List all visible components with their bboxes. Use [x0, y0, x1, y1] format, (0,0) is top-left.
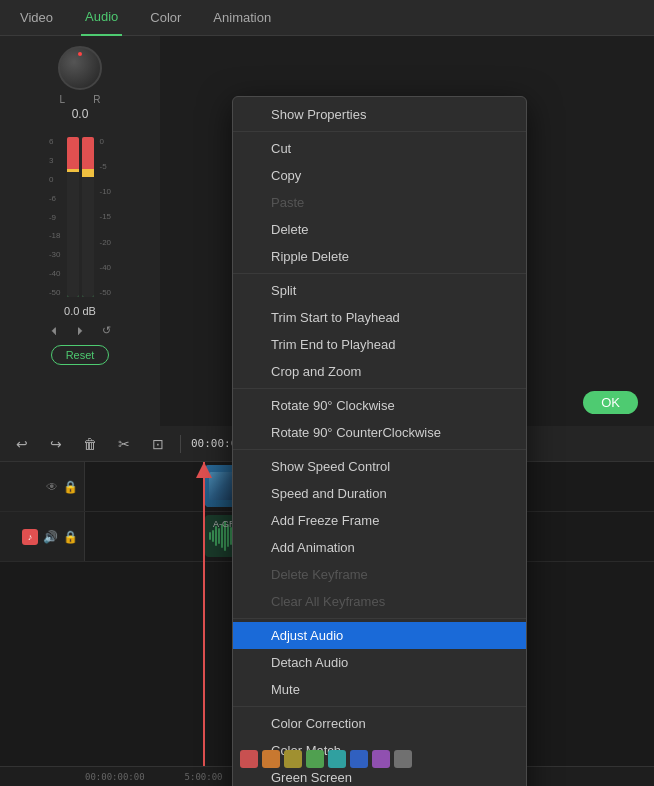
toolbar-divider [180, 435, 181, 453]
menu-label-split: Split [271, 283, 296, 298]
menu-label-green-screen: Green Screen [271, 770, 352, 785]
menu-label-speed-control: Show Speed Control [271, 459, 390, 474]
nav-tab-audio[interactable]: Audio [81, 0, 122, 36]
audio-track-speaker[interactable]: 🔊 [43, 530, 58, 544]
vu-bar-container [67, 137, 94, 297]
menu-label-crop-zoom: Crop and Zoom [271, 364, 361, 379]
menu-label-trim-start: Trim Start to Playhead [271, 310, 400, 325]
playhead[interactable] [203, 462, 205, 766]
menu-item-show-properties[interactable]: Show Properties [233, 101, 526, 128]
color-swatch-1[interactable] [262, 750, 280, 768]
waveform-bar [215, 526, 217, 546]
vu-right-scale: 0 -5 -10 -15 -20 -40 -50 [100, 137, 112, 297]
menu-label-rotate-ccw: Rotate 90° CounterClockwise [271, 425, 441, 440]
volume-knob[interactable] [58, 46, 102, 90]
menu-separator-12 [233, 388, 526, 389]
menu-label-adjust-audio: Adjust Audio [271, 628, 343, 643]
menu-item-copy[interactable]: Copy [233, 162, 526, 189]
audio-panel: L R 0.0 6 3 0 -6 -9 -18 -30 -40 -50 [0, 36, 160, 426]
refresh-btn[interactable]: ↺ [97, 321, 115, 339]
reset-button[interactable]: Reset [51, 345, 110, 365]
menu-item-mute[interactable]: Mute [233, 676, 526, 703]
video-track-lock[interactable]: 🔒 [63, 480, 78, 494]
color-swatch-0[interactable] [240, 750, 258, 768]
audio-track-icon: ♪ [22, 529, 38, 545]
knob-dot [78, 52, 82, 56]
controls-row: ⏴ ⏵ ↺ [45, 321, 115, 339]
video-track-controls: 👁 🔒 [0, 462, 85, 511]
menu-label-paste: Paste [271, 195, 304, 210]
menu-item-cut[interactable]: Cut [233, 135, 526, 162]
menu-separator-7 [233, 273, 526, 274]
lr-labels: L R [60, 94, 101, 105]
color-swatch-7[interactable] [394, 750, 412, 768]
db-display: 0.0 dB [64, 305, 96, 317]
waveform-bar [212, 530, 214, 542]
menu-item-adjust-audio[interactable]: Adjust Audio [233, 622, 526, 649]
color-swatches [240, 750, 412, 768]
menu-label-mute: Mute [271, 682, 300, 697]
knob-container: L R 0.0 [58, 46, 102, 129]
next-btn[interactable]: ⏵ [71, 321, 89, 339]
menu-item-add-animation[interactable]: Add Animation [233, 534, 526, 561]
menu-item-speed-control[interactable]: Show Speed Control [233, 453, 526, 480]
trim-button[interactable]: ⊡ [146, 432, 170, 456]
menu-separator-26 [233, 706, 526, 707]
nav-tab-color[interactable]: Color [146, 0, 185, 36]
menu-label-show-properties: Show Properties [271, 107, 366, 122]
menu-item-rotate-ccw[interactable]: Rotate 90° CounterClockwise [233, 419, 526, 446]
menu-item-crop-zoom[interactable]: Crop and Zoom [233, 358, 526, 385]
context-menu: Show PropertiesCutCopyPasteDeleteRipple … [232, 96, 527, 786]
right-label: R [93, 94, 100, 105]
redo-button[interactable]: ↪ [44, 432, 68, 456]
db-unit: dB [82, 305, 95, 317]
color-swatch-3[interactable] [306, 750, 324, 768]
top-navigation: // Rendered below via JS VideoAudioColor… [0, 0, 654, 36]
menu-label-color-correction: Color Correction [271, 716, 366, 731]
undo-button[interactable]: ↩ [10, 432, 34, 456]
menu-item-trim-end[interactable]: Trim End to Playhead [233, 331, 526, 358]
volume-value: 0.0 [72, 107, 89, 121]
prev-btn[interactable]: ⏴ [45, 321, 63, 339]
nav-tab-animation[interactable]: Animation [209, 0, 275, 36]
menu-item-delete-keyframe: Delete Keyframe [233, 561, 526, 588]
color-swatch-2[interactable] [284, 750, 302, 768]
vu-left-scale: 6 3 0 -6 -9 -18 -30 -40 -50 [49, 137, 61, 297]
menu-item-freeze-frame[interactable]: Add Freeze Frame [233, 507, 526, 534]
menu-separator-1 [233, 131, 526, 132]
vu-bar-left [67, 137, 79, 297]
menu-label-cut: Cut [271, 141, 291, 156]
menu-item-color-correction[interactable]: Color Correction [233, 710, 526, 737]
menu-label-copy: Copy [271, 168, 301, 183]
menu-label-trim-end: Trim End to Playhead [271, 337, 396, 352]
menu-label-rotate-cw: Rotate 90° Clockwise [271, 398, 395, 413]
menu-item-delete[interactable]: Delete [233, 216, 526, 243]
color-swatch-5[interactable] [350, 750, 368, 768]
left-label: L [60, 94, 66, 105]
video-track-eye[interactable]: 👁 [46, 480, 58, 494]
menu-separator-15 [233, 449, 526, 450]
menu-item-paste: Paste [233, 189, 526, 216]
waveform-bar [209, 532, 211, 540]
menu-label-freeze-frame: Add Freeze Frame [271, 513, 379, 528]
db-value: 0.0 [64, 305, 79, 317]
cut-button[interactable]: ✂ [112, 432, 136, 456]
color-swatch-6[interactable] [372, 750, 390, 768]
color-swatch-4[interactable] [328, 750, 346, 768]
menu-item-speed-duration[interactable]: Speed and Duration [233, 480, 526, 507]
menu-item-rotate-cw[interactable]: Rotate 90° Clockwise [233, 392, 526, 419]
nav-tab-video[interactable]: Video [16, 0, 57, 36]
audio-track-lock[interactable]: 🔒 [63, 530, 78, 544]
menu-separator-22 [233, 618, 526, 619]
menu-label-detach-audio: Detach Audio [271, 655, 348, 670]
ok-button[interactable]: OK [583, 391, 638, 414]
menu-label-ripple-delete: Ripple Delete [271, 249, 349, 264]
menu-item-ripple-delete[interactable]: Ripple Delete [233, 243, 526, 270]
menu-item-trim-start[interactable]: Trim Start to Playhead [233, 304, 526, 331]
main-area: L R 0.0 6 3 0 -6 -9 -18 -30 -40 -50 [0, 36, 654, 786]
delete-button[interactable]: 🗑 [78, 432, 102, 456]
menu-item-split[interactable]: Split [233, 277, 526, 304]
audio-track-controls: ♪ 🔊 🔒 [0, 512, 85, 561]
menu-label-add-animation: Add Animation [271, 540, 355, 555]
menu-item-detach-audio[interactable]: Detach Audio [233, 649, 526, 676]
